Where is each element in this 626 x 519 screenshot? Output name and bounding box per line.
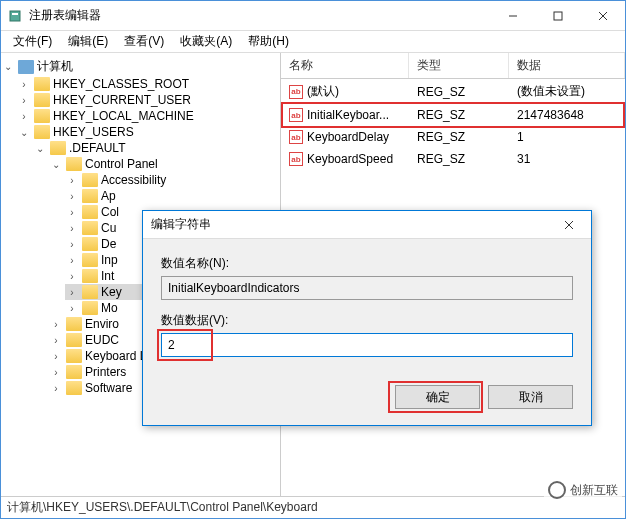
expand-icon[interactable]: › [49, 317, 63, 331]
folder-icon [82, 173, 98, 187]
table-row[interactable]: KeyboardSpeedREG_SZ31 [281, 148, 625, 170]
tree-label: HKEY_CLASSES_ROOT [53, 77, 189, 91]
dialog-title: 编辑字符串 [151, 216, 555, 233]
expand-icon[interactable]: › [49, 333, 63, 347]
tree-label: EUDC [85, 333, 119, 347]
expand-icon[interactable]: › [17, 93, 31, 107]
expand-icon[interactable]: › [65, 253, 79, 267]
folder-icon [66, 349, 82, 363]
list-header: 名称 类型 数据 [281, 53, 625, 79]
header-data[interactable]: 数据 [509, 53, 625, 78]
collapse-icon[interactable]: ⌄ [49, 157, 63, 171]
value-name: KeyboardDelay [307, 130, 389, 144]
svg-rect-3 [554, 12, 562, 20]
menu-file[interactable]: 文件(F) [5, 31, 60, 52]
expand-icon[interactable]: › [49, 349, 63, 363]
folder-icon [34, 77, 50, 91]
tree-label: Int [101, 269, 114, 283]
tree-label: Control Panel [85, 157, 158, 171]
folder-icon [82, 301, 98, 315]
header-type[interactable]: 类型 [409, 53, 509, 78]
menu-help[interactable]: 帮助(H) [240, 31, 297, 52]
expand-icon[interactable]: › [17, 109, 31, 123]
table-row[interactable]: InitialKeyboar...REG_SZ2147483648 [281, 104, 625, 126]
dialog-close-button[interactable] [555, 213, 583, 237]
tree-label: Col [101, 205, 119, 219]
value-type: REG_SZ [409, 150, 509, 168]
statusbar: 计算机\HKEY_USERS\.DEFAULT\Control Panel\Ke… [1, 496, 625, 518]
titlebar[interactable]: 注册表编辑器 [1, 1, 625, 31]
table-row[interactable]: KeyboardDelayREG_SZ1 [281, 126, 625, 148]
collapse-icon[interactable]: ⌄ [33, 141, 47, 155]
computer-icon [18, 60, 34, 74]
table-row[interactable]: (默认)REG_SZ(数值未设置) [281, 79, 625, 104]
cancel-button[interactable]: 取消 [488, 385, 573, 409]
expand-icon[interactable]: › [65, 189, 79, 203]
value-type: REG_SZ [409, 83, 509, 101]
tree-label: Ap [101, 189, 116, 203]
header-name[interactable]: 名称 [281, 53, 409, 78]
value-type: REG_SZ [409, 106, 509, 124]
dialog-titlebar[interactable]: 编辑字符串 [143, 211, 591, 239]
tree-key-control-panel[interactable]: ⌄Control Panel [49, 156, 280, 172]
expand-icon[interactable]: › [49, 365, 63, 379]
tree-label: Mo [101, 301, 118, 315]
reg-string-icon [289, 152, 303, 166]
value-data: 31 [509, 150, 625, 168]
tree-label: Cu [101, 221, 116, 235]
ok-button[interactable]: 确定 [395, 385, 480, 409]
value-type: REG_SZ [409, 128, 509, 146]
tree-key[interactable]: ›Accessibility [65, 172, 280, 188]
collapse-icon[interactable]: ⌄ [1, 60, 15, 74]
expand-icon[interactable]: › [65, 285, 79, 299]
minimize-button[interactable] [490, 1, 535, 30]
folder-icon [50, 141, 66, 155]
expand-icon[interactable]: › [65, 205, 79, 219]
folder-icon [34, 125, 50, 139]
expand-icon[interactable]: › [65, 301, 79, 315]
expand-icon[interactable]: › [65, 173, 79, 187]
close-button[interactable] [580, 1, 625, 30]
folder-icon [82, 205, 98, 219]
menu-edit[interactable]: 编辑(E) [60, 31, 116, 52]
collapse-icon[interactable]: ⌄ [17, 125, 31, 139]
expand-icon[interactable]: › [65, 237, 79, 251]
tree-hive[interactable]: ›HKEY_LOCAL_MACHINE [17, 108, 280, 124]
folder-icon [66, 333, 82, 347]
expand-icon[interactable]: › [65, 221, 79, 235]
watermark-text: 创新互联 [570, 482, 618, 499]
expand-icon[interactable]: › [17, 77, 31, 91]
value-name-input [161, 276, 573, 300]
tree-hive[interactable]: ⌄HKEY_USERS [17, 124, 280, 140]
watermark: 创新互联 [544, 479, 622, 501]
tree-root[interactable]: ⌄ 计算机 [1, 57, 280, 76]
tree-hive[interactable]: ›HKEY_CURRENT_USER [17, 92, 280, 108]
reg-string-icon [289, 130, 303, 144]
menu-view[interactable]: 查看(V) [116, 31, 172, 52]
tree-label: Software [85, 381, 132, 395]
folder-icon [82, 269, 98, 283]
expand-icon[interactable]: › [65, 269, 79, 283]
folder-icon [66, 381, 82, 395]
value-data: 2147483648 [509, 106, 625, 124]
tree-key[interactable]: ›Ap [65, 188, 280, 204]
reg-string-icon [289, 108, 303, 122]
folder-icon [82, 253, 98, 267]
tree-label: HKEY_USERS [53, 125, 134, 139]
expand-icon[interactable]: › [49, 381, 63, 395]
folder-icon [34, 109, 50, 123]
folder-icon [66, 317, 82, 331]
app-icon [7, 8, 23, 24]
svg-rect-0 [10, 11, 20, 21]
svg-rect-1 [12, 13, 18, 15]
menubar: 文件(F) 编辑(E) 查看(V) 收藏夹(A) 帮助(H) [1, 31, 625, 53]
value-data-input[interactable] [161, 333, 573, 357]
tree-key-default[interactable]: ⌄.DEFAULT [33, 140, 280, 156]
menu-favorites[interactable]: 收藏夹(A) [172, 31, 240, 52]
window-controls [490, 1, 625, 30]
tree-label: 计算机 [37, 58, 73, 75]
maximize-button[interactable] [535, 1, 580, 30]
edit-string-dialog: 编辑字符串 数值名称(N): 数值数据(V): 确定 取消 [142, 210, 592, 426]
tree-hive[interactable]: ›HKEY_CLASSES_ROOT [17, 76, 280, 92]
value-name: InitialKeyboar... [307, 108, 389, 122]
